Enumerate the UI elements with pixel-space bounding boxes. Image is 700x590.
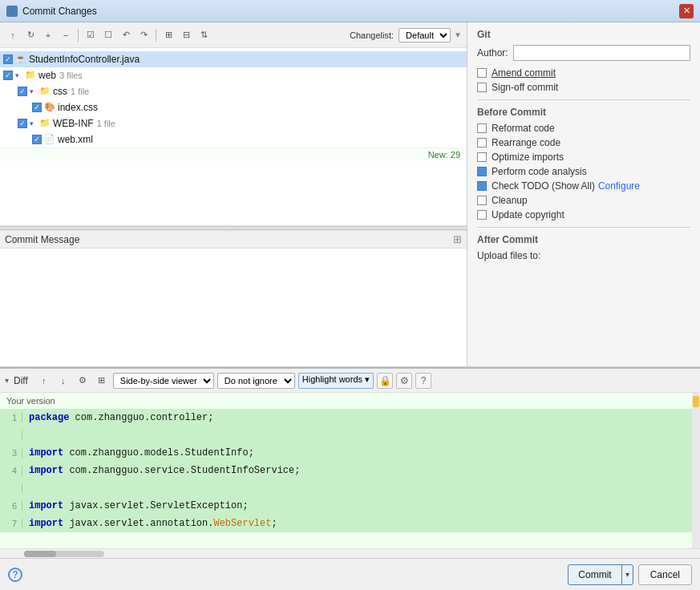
code-line-1: 1 package com.zhangguo.controller; (0, 409, 700, 426)
undo-button[interactable]: ↶ (118, 27, 134, 43)
optimize-imports-label: Optimize imports (492, 152, 564, 163)
file-tree-toolbar: ↑ ↻ + − ☑ ☐ ↶ ↷ ⊞ ⊟ ⇅ Changelist: Defaul… (0, 22, 467, 48)
ignore-select[interactable]: Do not ignore (217, 373, 295, 389)
rearrange-code-label: Rearrange code (492, 137, 560, 148)
scroll-track (24, 551, 104, 557)
move-up-button[interactable]: ↑ (5, 27, 21, 43)
scroll-thumb (24, 551, 56, 557)
update-copyright-label: Update copyright (492, 209, 564, 220)
diff-button[interactable]: ⊞ (160, 27, 176, 43)
tree-arrow-css: ▾ (30, 87, 38, 95)
tree-item-webinf[interactable]: ✓ ▾ 📁 WEB-INF 1 file (0, 115, 467, 131)
tree-item-web-xml[interactable]: ✓ 📄 web.xml (0, 131, 467, 148)
refresh-button[interactable]: ↻ (22, 27, 38, 43)
tree-checkbox-web[interactable]: ✓ (3, 71, 13, 80)
code-content (22, 483, 34, 494)
author-label: Author: (477, 47, 508, 59)
remove-button[interactable]: − (58, 27, 74, 43)
redo-button[interactable]: ↷ (136, 27, 152, 43)
commit-dropdown-arrow[interactable]: ▾ (622, 565, 633, 584)
code-content: import com.zhangguo.models.StudentInfo; (22, 447, 254, 459)
upload-files-label: Upload files to: (477, 250, 540, 261)
commit-message-section: Commit Message ⊞ (0, 230, 467, 366)
sign-off-row[interactable]: Sign-off commit (477, 82, 690, 93)
changelist-select[interactable]: Default (399, 28, 451, 42)
cleanup-row[interactable]: Cleanup (477, 195, 690, 206)
commit-message-icon[interactable]: ⊞ (453, 233, 462, 245)
commit-button[interactable]: Commit ▾ (568, 564, 633, 585)
close-button[interactable]: ✕ (679, 4, 694, 18)
configure-link[interactable]: Configure (598, 180, 640, 192)
amend-commit-row[interactable]: Amend commit (477, 67, 690, 79)
check-all-button[interactable]: ☑ (83, 27, 99, 43)
diff-copy-button[interactable]: ⊞ (94, 373, 110, 389)
tree-item-count: 3 files (59, 71, 83, 80)
lock-icon[interactable]: 🔒 (377, 373, 393, 389)
expand-button[interactable]: ⊟ (178, 27, 194, 43)
diff-collapse-arrow[interactable]: ▾ (5, 376, 9, 385)
uncheck-all-button[interactable]: ☐ (100, 27, 116, 43)
code-line-5: 5 (0, 479, 700, 497)
tree-item-student-controller[interactable]: ✓ ☕ StudentInfoController.java (0, 51, 467, 67)
git-section-title: Git (477, 29, 690, 40)
optimize-imports-row[interactable]: Optimize imports (477, 152, 690, 163)
tree-item-name: WEB-INF (53, 118, 94, 129)
rearrange-code-row[interactable]: Rearrange code (477, 137, 690, 148)
line-number: 5 (0, 483, 22, 493)
cancel-button[interactable]: Cancel (638, 564, 692, 585)
sort-button[interactable]: ⇅ (196, 27, 212, 43)
check-todo-checkbox[interactable] (477, 181, 487, 191)
folder-icon-web: 📁 (25, 70, 36, 81)
perform-code-analysis-row[interactable]: Perform code analysis (477, 166, 690, 177)
update-copyright-row[interactable]: Update copyright (477, 209, 690, 220)
help-button[interactable]: ? (8, 568, 22, 582)
code-line-7: 7 import javax.servlet.annotation.WebSer… (0, 515, 700, 532)
tree-checkbox-css[interactable]: ✓ (18, 87, 27, 96)
horizontal-scrollbar[interactable] (0, 548, 700, 558)
before-commit-title: Before Commit (477, 107, 690, 118)
bottom-buttons: Commit ▾ Cancel (568, 564, 692, 585)
diff-down-button[interactable]: ↓ (55, 373, 71, 389)
tree-item-web[interactable]: ✓ ▾ 📁 web 3 files (0, 67, 467, 83)
highlight-dropdown[interactable]: Highlight words ▾ (298, 373, 374, 389)
viewer-select[interactable]: Side-by-side viewer Unified viewer (113, 373, 214, 389)
check-todo-row[interactable]: Check TODO (Show All) Configure (477, 180, 690, 192)
changelist-arrow: ▼ (454, 30, 462, 39)
help-icon-diff[interactable]: ? (415, 373, 431, 389)
code-content: import javax.servlet.ServletException; (22, 500, 249, 511)
folder-icon-webinf: 📁 (39, 118, 51, 129)
divider-2 (477, 227, 690, 228)
optimize-imports-checkbox[interactable] (477, 152, 487, 162)
gear-icon[interactable]: ⚙ (396, 373, 412, 389)
tree-checkbox-webinf[interactable]: ✓ (18, 119, 27, 128)
reformat-code-checkbox[interactable] (477, 123, 487, 133)
file-tree: ✓ ☕ StudentInfoController.java ✓ ▾ 📁 web… (0, 48, 467, 226)
separator-1 (78, 29, 79, 42)
tree-checkbox-web-xml[interactable]: ✓ (32, 135, 42, 144)
scrollbar[interactable] (692, 393, 700, 548)
add-button[interactable]: + (40, 27, 56, 43)
perform-code-analysis-label: Perform code analysis (492, 166, 587, 177)
tree-item-name: css (53, 86, 67, 97)
cleanup-checkbox[interactable] (477, 196, 487, 205)
reformat-code-row[interactable]: Reformat code (477, 123, 690, 134)
code-content: package com.zhangguo.controller; (22, 412, 213, 423)
update-copyright-checkbox[interactable] (477, 210, 487, 220)
tree-item-index-css[interactable]: ✓ 🎨 index.css (0, 99, 467, 115)
perform-code-analysis-checkbox[interactable] (477, 167, 487, 176)
diff-up-button[interactable]: ↑ (36, 373, 52, 389)
rearrange-code-checkbox[interactable] (477, 138, 487, 148)
amend-commit-checkbox[interactable] (477, 68, 487, 78)
author-input[interactable] (513, 45, 690, 61)
commit-message-input[interactable] (0, 249, 467, 366)
sign-off-checkbox[interactable] (477, 83, 487, 92)
diff-settings-button[interactable]: ⚙ (75, 373, 91, 389)
tree-item-css[interactable]: ✓ ▾ 📁 css 1 file (0, 83, 467, 99)
tree-checkbox-student-controller[interactable]: ✓ (3, 55, 13, 64)
code-line-4: 4 import com.zhangguo.service.StudentInf… (0, 462, 700, 479)
tree-checkbox-index-css[interactable]: ✓ (32, 103, 42, 112)
commit-button-label: Commit (568, 565, 621, 584)
tree-item-name: web (38, 70, 56, 81)
separator-2 (156, 29, 156, 42)
code-content: import javax.servlet.annotation.WebServl… (22, 518, 277, 529)
